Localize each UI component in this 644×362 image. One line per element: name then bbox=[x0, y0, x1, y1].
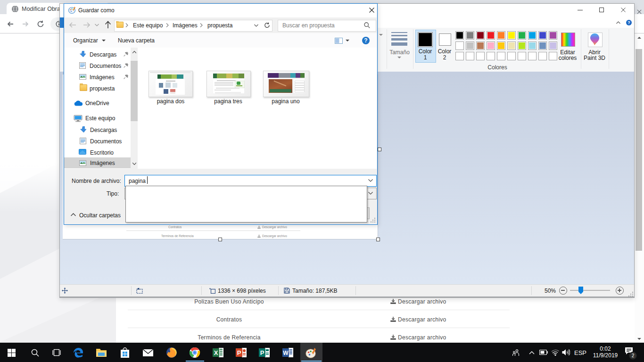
svg-text:P: P bbox=[237, 349, 241, 356]
svg-text:W: W bbox=[283, 350, 289, 356]
svg-text:P: P bbox=[260, 349, 264, 356]
svg-text:X: X bbox=[214, 349, 218, 356]
